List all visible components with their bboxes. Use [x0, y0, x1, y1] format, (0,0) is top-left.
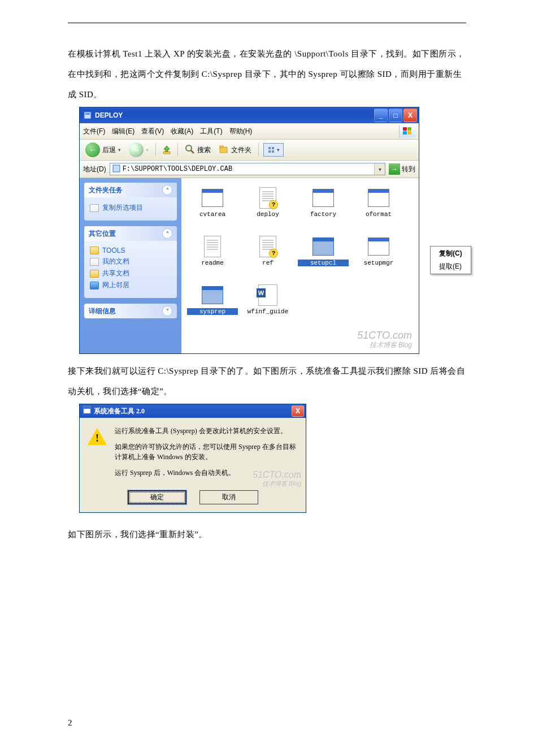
menu-tool[interactable]: 工具(T)	[200, 127, 222, 136]
other-place-label: TOOLS	[102, 247, 125, 254]
file-item-sysprep[interactable]: sysprep	[187, 282, 238, 327]
cabinet-icon	[83, 111, 92, 120]
folders-button[interactable]: 文件夹	[216, 143, 254, 157]
search-icon	[185, 144, 195, 156]
forward-icon: →	[129, 142, 144, 157]
other-places-heading: 其它位置	[89, 229, 116, 239]
minimize-button[interactable]: _	[374, 109, 388, 122]
titlebar[interactable]: DEPLOY _ □ X	[80, 107, 419, 123]
file-label: sysprep	[187, 308, 238, 315]
svg-point-2	[186, 145, 192, 151]
application-icon	[202, 189, 223, 207]
dialog-title: 系统准备工具 2.0	[94, 407, 145, 416]
folders-icon	[219, 144, 229, 156]
app-icon	[83, 406, 91, 416]
word-doc-icon	[258, 284, 277, 306]
file-item-readme[interactable]: readme	[187, 234, 238, 279]
file-list[interactable]: cvtarea deploy factory oformat readme re…	[181, 178, 419, 353]
other-place-network[interactable]: 网上邻居	[90, 280, 171, 290]
toolbar-separator	[177, 143, 178, 157]
address-dropdown[interactable]: ▾	[374, 163, 385, 175]
svg-rect-10	[113, 165, 120, 172]
file-label: ref	[242, 260, 293, 266]
menu-fav[interactable]: 收藏(A)	[171, 127, 193, 136]
file-item-wfinfguide[interactable]: wfinf_guide	[242, 282, 293, 327]
address-label: 地址(D)	[83, 165, 106, 174]
views-button[interactable]: ▾	[263, 143, 284, 157]
warning-icon	[88, 428, 107, 445]
file-item-deploy[interactable]: deploy	[242, 185, 293, 230]
expand-button[interactable]: ˅	[162, 306, 172, 316]
context-extract[interactable]: 提取(E)	[431, 260, 470, 273]
other-place-shared[interactable]: 共享文档	[90, 269, 171, 278]
application-icon	[368, 237, 389, 256]
explorer-window: DEPLOY _ □ X 文件(F) 编辑(E) 查看(V) 收藏(A) 工具(…	[79, 107, 419, 354]
top-rule	[68, 23, 466, 23]
cancel-button[interactable]: 取消	[199, 490, 258, 504]
file-label: deploy	[242, 211, 293, 218]
menu-file[interactable]: 文件(F)	[83, 127, 105, 136]
other-place-label: 我的文档	[102, 257, 129, 266]
other-place-label: 共享文档	[102, 269, 129, 278]
folders-label: 文件夹	[231, 145, 251, 155]
file-item-factory[interactable]: factory	[298, 185, 349, 230]
svg-rect-12	[84, 407, 90, 409]
sysprep-dialog: 系统准备工具 2.0 X 运行系统准备工具 (Sysprep) 会更改此计算机的…	[79, 404, 306, 513]
chevron-down-icon: ▾	[146, 147, 149, 153]
file-item-setupmgr[interactable]: setupmgr	[353, 234, 404, 279]
menu-help[interactable]: 帮助(H)	[229, 127, 253, 136]
maximize-button[interactable]: □	[389, 109, 402, 122]
svg-rect-0	[84, 112, 91, 119]
forward-button[interactable]: → ▾	[127, 141, 151, 158]
application-icon	[312, 189, 334, 207]
ok-button[interactable]: 确定	[128, 490, 186, 504]
file-item-setupcl[interactable]: setupcl	[298, 234, 349, 279]
watermark: 51CTO.com 技术博客 Blog	[253, 470, 301, 487]
help-file-icon	[259, 187, 276, 209]
other-place-tools[interactable]: TOOLS	[90, 247, 171, 254]
collapse-button[interactable]: ˄	[162, 185, 172, 195]
file-label: factory	[298, 211, 349, 218]
dialog-close-button[interactable]: X	[292, 405, 304, 417]
paragraph-2: 接下来我们就可以运行 C:\Sysprep 目录下的了。如下图所示，系统准备工具…	[68, 361, 466, 401]
go-button[interactable]: → 转到	[389, 163, 415, 175]
svg-rect-9	[272, 150, 274, 153]
file-item-cvtarea[interactable]: cvtarea	[187, 185, 238, 230]
search-label: 搜索	[197, 145, 211, 155]
file-label: readme	[187, 260, 238, 266]
page-number: 2	[68, 718, 72, 728]
dialog-titlebar[interactable]: 系统准备工具 2.0 X	[80, 404, 306, 418]
explorer-close-button[interactable]: X	[403, 109, 417, 122]
file-label: oformat	[353, 211, 404, 218]
help-file-icon	[259, 236, 276, 257]
side-pane: 文件夹任务 ˄ 复制所选项目 其它位置 ˄	[80, 178, 181, 353]
svg-rect-5	[220, 146, 223, 148]
context-menu: 复制(C) 提取(E)	[430, 246, 471, 274]
file-label: wfinf_guide	[242, 308, 293, 315]
windows-logo-icon	[399, 125, 415, 137]
other-place-mydocs[interactable]: 我的文档	[90, 257, 171, 266]
documents-icon	[90, 258, 99, 266]
back-label: 后退	[102, 145, 116, 155]
go-icon: →	[389, 163, 400, 175]
watermark: 51CTO.com 技术博客 Blog	[357, 330, 412, 349]
window-title: DEPLOY	[95, 111, 123, 119]
folder-tasks-heading: 文件夹任务	[89, 185, 123, 195]
context-copy[interactable]: 复制(C)	[431, 247, 470, 260]
back-button[interactable]: ← 后退 ▾	[83, 141, 123, 158]
network-icon	[90, 282, 99, 290]
dialog-line2: 如果您的许可协议允许的话，您可以使用 Sysprep 在多台目标计算机上准备 W…	[115, 442, 298, 462]
address-input[interactable]: F:\SUPPORT\TOOLS\DEPLOY.CAB ▾	[110, 163, 385, 175]
paragraph-1: 在模板计算机 Test1 上装入 XP 的安装光盘，在安装光盘的 \Suppor…	[68, 44, 466, 105]
copy-selected-label: 复制所选项目	[102, 203, 143, 213]
collapse-button[interactable]: ˄	[162, 228, 172, 239]
application-icon	[368, 189, 389, 207]
copy-selected-link[interactable]: 复制所选项目	[90, 203, 171, 213]
menu-view[interactable]: 查看(V)	[141, 127, 164, 136]
up-button[interactable]	[160, 144, 173, 156]
other-place-label: 网上邻居	[102, 280, 129, 290]
file-item-ref[interactable]: ref	[242, 234, 293, 279]
menu-edit[interactable]: 编辑(E)	[112, 127, 134, 136]
file-item-oformat[interactable]: oformat	[353, 185, 404, 230]
search-button[interactable]: 搜索	[183, 143, 213, 157]
